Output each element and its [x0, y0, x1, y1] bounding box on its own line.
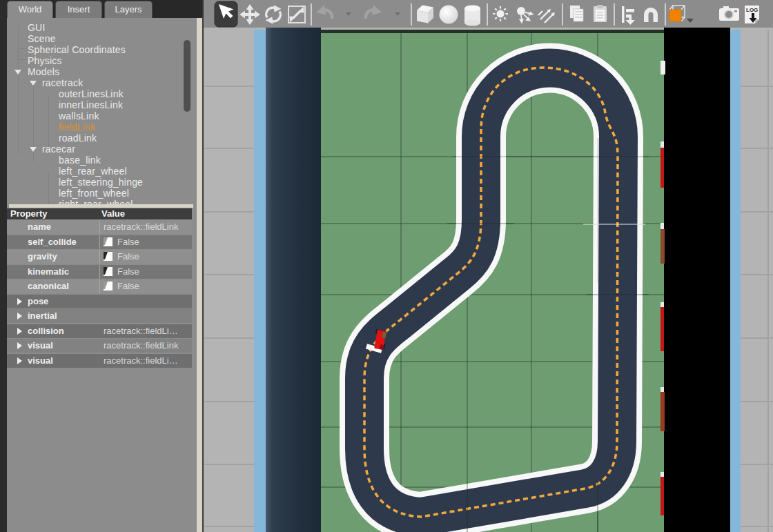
svg-text:LOG: LOG	[746, 7, 758, 13]
